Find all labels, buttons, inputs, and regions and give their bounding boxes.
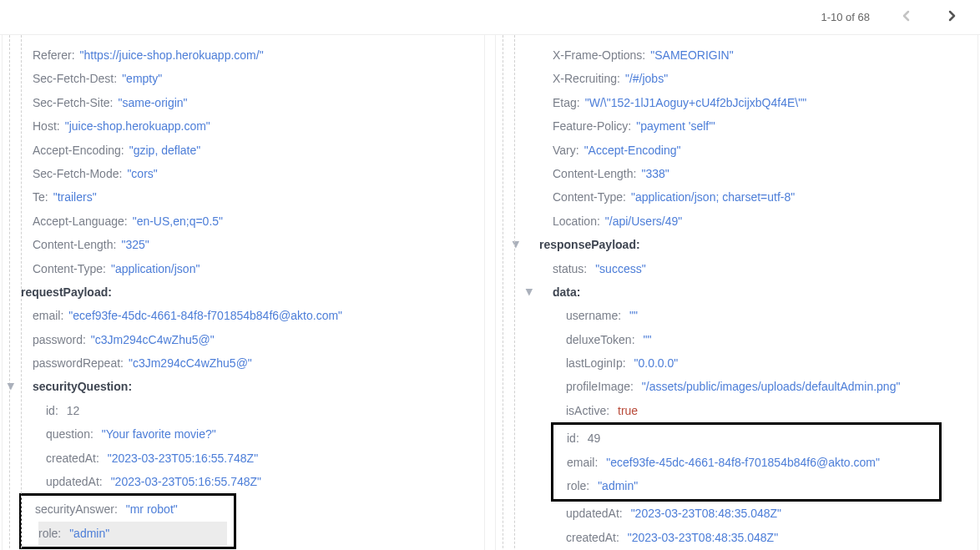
value: "mr robot"	[126, 502, 178, 516]
data-row: status "success"	[496, 257, 977, 280]
key: Sec-Fetch-Mode	[33, 167, 127, 180]
expand-icon[interactable]: ▶	[3, 383, 18, 390]
pagination-label: 1-10 of 68	[821, 11, 870, 23]
data-row: profileImage "/assets/public/images/uplo…	[496, 375, 977, 398]
key: Content-Type	[553, 190, 631, 204]
value: "cors"	[127, 167, 157, 180]
data-row: id 12	[3, 399, 484, 422]
key: status	[553, 262, 592, 275]
value: "https://juice-shop.herokuapp.com/"	[80, 48, 264, 62]
value: "trailers"	[53, 190, 97, 204]
data-row: Accept-Encoding"gzip, deflate"	[3, 139, 484, 162]
data-row: Etag"W/\"152-1lJ1Aoguy+cU4f2bJcijxbQ4f4E…	[496, 91, 977, 114]
key: id	[567, 431, 584, 445]
value: "325"	[121, 238, 149, 251]
value: "2023-03-23T08:48:35.048Z"	[631, 507, 781, 520]
value: ""	[643, 333, 651, 346]
key: isActive	[566, 404, 614, 417]
data-row: passwordRepeat"c3Jm294cC4wZhu5@"	[3, 351, 484, 375]
key: profileImage	[566, 380, 639, 393]
data-row: Feature-Policy"payment 'self'"	[496, 114, 977, 138]
value: "admin"	[69, 527, 109, 540]
next-page-button[interactable]	[942, 7, 963, 28]
response-panel: X-Frame-Options"SAMEORIGIN"X-Recruiting"…	[495, 35, 978, 550]
key: updatedAt	[566, 507, 628, 520]
chevron-right-icon	[948, 10, 957, 22]
key: Vary	[553, 144, 584, 157]
key: Referer	[33, 48, 80, 62]
value: "application/json"	[111, 262, 200, 275]
value: "W/\"152-1lJ1Aoguy+cU4f2bJcijxbQ4f4E\""	[585, 96, 806, 109]
data-row: id 49	[553, 426, 939, 450]
value: "empty"	[122, 72, 162, 85]
data-row: Content-Type"application/json"	[3, 257, 484, 280]
value: "2023-03-23T05:16:55.748Z"	[108, 452, 258, 465]
section-label: responsePayload	[539, 238, 640, 251]
key: createdAt	[46, 452, 104, 465]
data-row: Content-Length"338"	[496, 162, 977, 185]
data-row: Sec-Fetch-Dest"empty"	[3, 67, 484, 90]
key: question	[46, 427, 99, 441]
data-row: updatedAt "2023-03-23T08:48:35.048Z"	[496, 502, 977, 525]
value: "c3Jm294cC4wZhu5@"	[129, 356, 252, 370]
value: "juice-shop.herokuapp.com"	[65, 119, 210, 133]
key: updatedAt	[46, 475, 108, 488]
value: 49	[588, 431, 601, 445]
data-row: Content-Type"application/json; charset=u…	[496, 185, 977, 209]
data-row: X-Recruiting"/#/jobs"	[496, 67, 977, 90]
key: passwordRepeat	[33, 356, 129, 370]
key: Host	[33, 119, 65, 133]
value: "payment 'self'"	[636, 119, 715, 133]
value: ""	[629, 309, 638, 322]
data-row: isActive true	[496, 399, 977, 422]
data-row: role "admin"	[38, 522, 227, 545]
key: createdAt	[566, 531, 624, 544]
value: "success"	[595, 262, 646, 275]
key: role	[38, 527, 66, 540]
key: Te	[33, 190, 53, 204]
data-row: email "ecef93fe-45dc-4661-84f8-f701854b8…	[553, 451, 939, 474]
data-row: Accept-Language"en-US,en;q=0.5"	[3, 209, 484, 233]
data-row: username ""	[496, 304, 977, 327]
key: Content-Type	[33, 262, 111, 275]
value: "Accept-Encoding"	[584, 144, 681, 157]
key: role	[567, 479, 594, 492]
prev-page-button[interactable]	[895, 7, 917, 28]
data-row: createdAt "2023-03-23T05:16:55.748Z"	[3, 447, 484, 470]
expand-icon[interactable]: ▶	[522, 289, 537, 295]
value: "338"	[641, 167, 669, 180]
section-label: data	[553, 285, 580, 299]
security-question-section: ▶ securityQuestion	[3, 375, 484, 398]
value: "c3Jm294cC4wZhu5@"	[91, 333, 215, 346]
value: "/api/Users/49"	[605, 214, 682, 228]
section-label: securityQuestion	[33, 380, 132, 393]
key: password	[33, 333, 91, 346]
key: Content-Length	[553, 167, 641, 180]
data-row: createdAt "2023-03-23T08:48:35.048Z"	[496, 526, 977, 549]
data-row: question "Your favorite movie?"	[3, 422, 484, 446]
key: lastLoginIp	[566, 356, 631, 370]
value: "ecef93fe-45dc-4661-84f8-f701854b84f6@ak…	[68, 309, 342, 322]
value: "ecef93fe-45dc-4661-84f8-f701854b84f6@ak…	[606, 456, 880, 469]
value: "2023-03-23T08:48:35.048Z"	[628, 531, 778, 544]
data-row: Te"trailers"	[3, 185, 484, 209]
value: true	[618, 404, 638, 417]
data-row: Location"/api/Users/49"	[496, 209, 977, 233]
key: Sec-Fetch-Site	[33, 96, 118, 109]
chevron-left-icon	[902, 10, 910, 22]
request-payload-section: requestPayload	[3, 280, 484, 304]
data-row: role "admin"	[553, 474, 939, 497]
data-row: Vary"Accept-Encoding"	[496, 139, 977, 162]
data-row: Sec-Fetch-Mode"cors"	[3, 162, 484, 185]
data-row: password"c3Jm294cC4wZhu5@"	[3, 328, 484, 351]
data-row: deluxeToken ""	[496, 328, 977, 351]
content-area: Referer"https://juice-shop.herokuapp.com…	[0, 35, 980, 550]
value: "application/json; charset=utf-8"	[631, 190, 795, 204]
section-label: requestPayload	[21, 285, 112, 299]
value: "admin"	[598, 479, 638, 492]
key: Feature-Policy	[553, 119, 636, 133]
highlighted-box: id 49 email "ecef93fe-45dc-4661-84f8-f70…	[551, 422, 942, 502]
value: "/assets/public/images/uploads/defaultAd…	[642, 380, 901, 393]
expand-icon[interactable]: ▶	[508, 241, 523, 248]
response-payload-section: ▶ responsePayload	[496, 233, 977, 256]
